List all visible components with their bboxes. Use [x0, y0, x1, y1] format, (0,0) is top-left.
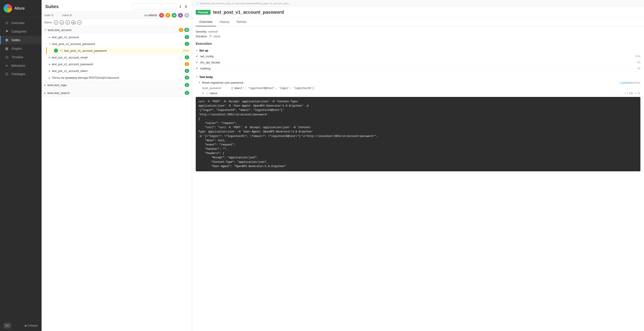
sub-suite-name: test_post_v1_account_password — [52, 42, 184, 46]
suites-toolbar: ℹ ⬇ — [132, 4, 188, 10]
behaviors-icon: ≡ — [5, 64, 9, 68]
mark-circle[interactable]: ● — [54, 20, 58, 25]
suites-panel: Suites ℹ ⬇ order ⇅ name ⇅ duration ⇅ Sta… — [42, 0, 192, 331]
sub-suite-badge: 1 — [185, 62, 189, 66]
sub-suite-badge: 1 — [185, 35, 189, 39]
sidebar-item-label: Suites — [12, 38, 20, 42]
sub-suite-header-get-account[interactable]: ▶ test_get_v1_account 1 — [46, 34, 192, 41]
status-count-unknown[interactable]: 0 — [184, 13, 189, 18]
sub-suite-header-put-account-token[interactable]: ▶ test_put_v1_account_token 1 — [46, 68, 192, 74]
suite-group-header-test-login[interactable]: ▶ tests.test_login 3 — [42, 81, 192, 89]
close-icon[interactable]: ✕ — [638, 92, 640, 95]
status-count-skipped[interactable]: 0 — [178, 13, 183, 18]
test-number: #1 — [60, 49, 63, 52]
setup-header[interactable]: ▼ Set up — [196, 48, 640, 53]
suites-list: ▼ tests.test_account 1 10 ▶ test_get_v1_… — [42, 26, 192, 331]
sidebar-item-label: Packages — [12, 72, 25, 76]
sub-suite-put-account-token: ▶ test_put_v1_account_token 1 — [42, 68, 192, 74]
chevron-right-icon: ▶ — [44, 84, 46, 86]
sub-suite-header-put-account-password[interactable]: ▶ test_put_v1_account_password 1 — [46, 61, 192, 68]
setup-duration: 0s — [638, 61, 640, 64]
tab-history[interactable]: History — [216, 18, 233, 26]
test-item-post-account-password-1[interactable]: ✓ #1 test_post_v1_account_password 14ms — [46, 47, 192, 54]
setup-item-dm-api-facade: ✔ dm_api_facade 0s — [196, 59, 640, 66]
param-name: reset_password — [202, 87, 229, 90]
suite-badge-yellow: 1 — [179, 28, 183, 32]
collapse-button[interactable]: ◀ Collapse — [24, 324, 38, 327]
status-count-broken[interactable]: 1 — [166, 13, 170, 18]
tab-overview[interactable]: Overview — [196, 18, 216, 26]
sidebar-item-graphs[interactable]: ▦ Graphs — [0, 44, 42, 53]
check-circle-icon: ✔ — [196, 67, 198, 70]
execution-title: Execution — [196, 42, 640, 46]
sidebar-item-behaviors[interactable]: ≡ Behaviors — [0, 61, 42, 70]
sub-suite-name: test_put_v1_account_password — [52, 63, 184, 66]
suite-group-test-login: ▶ tests.test_login 3 — [42, 81, 192, 89]
sub-suite-header-post-account-password[interactable]: ▼ test_post_v1_account_password 1 — [46, 41, 192, 47]
status-count-passed[interactable]: 15 — [172, 13, 176, 18]
setup-item-mailhog: ✔ mailhog 0s — [196, 66, 640, 72]
download-button[interactable]: ⬇ — [184, 4, 188, 10]
order-column-header[interactable]: order ⇅ — [44, 14, 62, 17]
sidebar-item-packages[interactable]: ⊡ Packages — [0, 70, 42, 78]
suite-group-header-test-account[interactable]: ▼ tests.test_account 1 10 — [42, 26, 192, 34]
sub-suite-name: test_put_v1_account_token — [52, 69, 184, 73]
table-header: order ⇅ name ⇅ duration ⇅ Status: 0 1 15… — [42, 12, 192, 19]
mark-fill[interactable]: ◉ — [71, 20, 76, 25]
sidebar-item-timeline[interactable]: ◷ Timeline — [0, 53, 42, 61]
app-name: Allure — [14, 6, 25, 11]
expand-icon[interactable]: ⤢ — [634, 92, 637, 95]
step-reset-password[interactable]: ▼ Reset registered user password 1 param… — [196, 80, 640, 86]
suites-search-input[interactable] — [132, 4, 177, 10]
marks-row: Marks: ● ◎ ● ◉ ↺ — [42, 19, 192, 26]
chevron-right-icon: ▶ — [49, 77, 50, 79]
test-passed-icon: ✓ — [54, 49, 58, 53]
setup-duration: 0s — [638, 67, 640, 70]
status-count-failed[interactable]: 0 — [159, 13, 164, 18]
suite-group-header-test-search[interactable]: ▶ tests.test_search 2 — [42, 89, 192, 97]
language-button[interactable]: En — [4, 323, 11, 328]
chevron-right-icon: ▶ — [49, 70, 50, 72]
suite-badge: 3 — [185, 83, 189, 87]
sidebar-item-suites[interactable]: ⊞ Suites — [0, 36, 42, 44]
sidebar-item-overview[interactable]: ⊙ Overview — [0, 19, 42, 27]
severity-row: Severity: normal — [196, 30, 640, 33]
check-circle-icon: ✔ — [196, 61, 198, 64]
attachment-name: stdout — [210, 92, 625, 95]
detail-header: Passed test_post_v1_account_password — [192, 7, 644, 18]
sidebar-item-label: Overview — [12, 21, 24, 25]
sub-suite-name: Тесты на проверку метода POST{host}/v1/a… — [52, 76, 184, 79]
name-column-header[interactable]: name ⇅ — [62, 14, 144, 17]
tab-retries[interactable]: Retries — [233, 18, 250, 26]
code-block-stdout: curl -X 'POST' -H 'Accept: application/j… — [196, 97, 640, 171]
test-name: test_post_v1_account_password — [64, 49, 182, 52]
sub-suite-post-host-v1-account: ▶ Тесты на проверку метода POST{host}/v1… — [42, 74, 192, 81]
info-button[interactable]: ℹ — [179, 4, 182, 10]
suite-badge-green: 10 — [184, 28, 189, 32]
test-body-header[interactable]: ▼ Test body — [196, 74, 640, 80]
setup-name: mailhog — [200, 67, 638, 70]
step-duration: 13ms — [634, 81, 640, 84]
detail-meta: Severity: normal Duration: ⏱ 14ms — [196, 30, 640, 38]
categories-icon: ⚑ — [5, 30, 9, 34]
attachment-size: 1.7 KB — [625, 92, 633, 95]
suite-group-name: tests.test_login — [48, 83, 184, 87]
sidebar-item-label: Categories — [12, 30, 27, 33]
sub-suite-put-account-password: ▶ test_put_v1_account_password 1 — [42, 61, 192, 68]
collapse-arrow-icon: ◀ — [24, 324, 26, 327]
detail-test-name: test_post_v1_account_password — [213, 10, 284, 15]
sub-suite-post-account-password: ▼ test_post_v1_account_password 1 ✓ #1 t… — [42, 41, 192, 54]
sidebar-item-categories[interactable]: ⚑ Categories — [0, 27, 42, 36]
sidebar-item-label: Timeline — [12, 55, 23, 59]
mark-circle2[interactable]: ● — [66, 20, 70, 25]
sub-suite-header-put-account-email[interactable]: ▶ test_put_v1_account_email 1 — [46, 54, 192, 61]
chevron-down-icon: ▼ — [49, 43, 51, 45]
chevron-right-icon: ▶ — [44, 92, 46, 94]
mark-target[interactable]: ◎ — [60, 20, 64, 25]
sub-suite-header-post-host[interactable]: ▶ Тесты на проверку метода POST{host}/v1… — [46, 74, 192, 81]
chevron-right-icon: ▶ — [49, 36, 50, 39]
status-badge: Passed — [196, 10, 210, 15]
setup-name: set_config — [200, 55, 635, 58]
setup-name: dm_api_facade — [200, 61, 638, 64]
mark-refresh[interactable]: ↺ — [77, 20, 82, 25]
